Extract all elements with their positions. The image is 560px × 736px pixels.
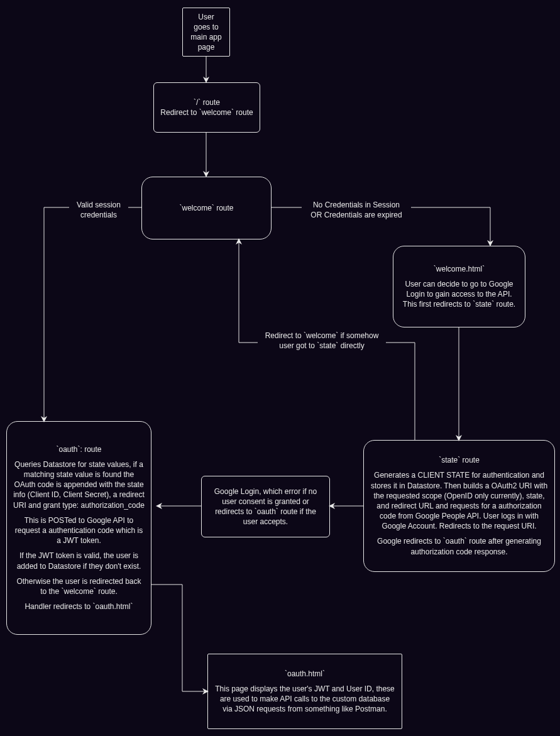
node-state-route-p2: Google redirects to `oauth` route after … <box>370 536 548 556</box>
node-start-line3: page <box>198 42 215 52</box>
node-google-login: Google Login, which error if no user con… <box>201 476 330 537</box>
edge-label-no-credentials-l2: OR Credentials are expired <box>303 210 410 220</box>
node-oauth-route-p4: Otherwise the user is redirected back to… <box>13 576 145 596</box>
edge-label-redirect-back-l2: user got to `state` directly <box>259 341 385 351</box>
node-welcome-route-label: `welcome` route <box>179 203 233 213</box>
node-state-route-title: `state` route <box>439 455 480 465</box>
node-oauth-route-p3: If the JWT token is valid, the user is a… <box>13 551 145 571</box>
edge-label-redirect-back: Redirect to `welcome` if somehow user go… <box>258 331 386 351</box>
edge-label-redirect-back-l1: Redirect to `welcome` if somehow <box>259 331 385 341</box>
node-start: User goes to main app page <box>182 8 230 57</box>
node-welcome-html-title: `welcome.html` <box>434 264 485 274</box>
node-oauth-route-p1: Queries Datastore for state values, if a… <box>13 459 145 510</box>
node-start-line1: User goes to <box>189 12 223 32</box>
node-oauth-route-p5: Handler redirects to `oauth.html` <box>25 601 133 612</box>
node-oauth-html-body: This page displays the user's JWT and Us… <box>214 684 395 715</box>
node-oauth-route: `oauth`: route Queries Datastore for sta… <box>6 421 151 635</box>
node-welcome-html: `welcome.html` User can decide to go to … <box>393 246 525 327</box>
edge-label-valid-session-l2: credentials <box>70 210 127 220</box>
node-state-route: `state` route Generates a CLIENT STATE f… <box>363 440 555 572</box>
node-root-route-line2: Redirect to `welcome` route <box>160 107 253 118</box>
flowchart-canvas: User goes to main app page `/` route Red… <box>0 0 560 736</box>
edge-label-no-credentials-l1: No Credentials in Session <box>303 200 410 210</box>
edge-label-valid-session-l1: Valid session <box>70 200 127 210</box>
node-start-line2: main app <box>190 32 221 42</box>
node-welcome-html-body: User can decide to go to Google Login to… <box>400 279 519 310</box>
node-oauth-route-p2: This is POSTed to Google API to request … <box>13 515 145 546</box>
node-oauth-route-title: `oauth`: route <box>56 444 101 454</box>
edge-label-valid-session: Valid session credentials <box>69 200 128 220</box>
node-oauth-html-title: `oauth.html` <box>285 669 325 679</box>
edge-label-no-credentials: No Credentials in Session OR Credentials… <box>302 200 411 220</box>
node-root-route: `/` route Redirect to `welcome` route <box>153 82 260 133</box>
node-welcome-route: `welcome` route <box>141 177 272 239</box>
node-root-route-line1: `/` route <box>194 97 220 107</box>
node-google-login-body: Google Login, which error if no user con… <box>208 486 323 527</box>
node-state-route-p1: Generates a CLIENT STATE for authenticat… <box>370 470 548 531</box>
node-oauth-html: `oauth.html` This page displays the user… <box>207 654 402 729</box>
